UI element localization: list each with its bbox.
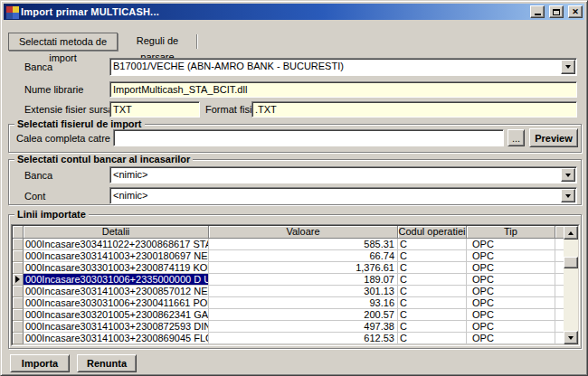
cont-label: Cont	[24, 191, 45, 202]
cell-codul-operatiei[interactable]: C	[398, 297, 467, 309]
cell-valoare[interactable]: 612.53	[209, 333, 398, 344]
column-header-detalii[interactable]: Detalii	[24, 226, 209, 239]
cont-combobox[interactable]: <nimic>	[109, 187, 577, 204]
cell-tip[interactable]: OPC	[467, 274, 555, 286]
table-row[interactable]: 000Incasare303031006+2300411661 POPA JOI…	[13, 297, 564, 309]
extensie-input[interactable]: TXT	[109, 101, 200, 118]
cell-tip[interactable]: OPC	[467, 262, 555, 274]
banca-combobox[interactable]: B17001/VECHE (ABN-AMRO BANK - BUCURESTI)	[109, 58, 577, 76]
cell-valoare[interactable]: 189.07	[209, 274, 398, 286]
table-row[interactable]: 000Incasare303141003+2300180697 NEDIANU …	[13, 250, 564, 262]
cell-tip[interactable]: OPC	[467, 309, 555, 321]
row-header[interactable]	[13, 333, 24, 344]
table-row[interactable]: 000Incasare303411022+2300868617 STATE IL…	[13, 239, 564, 250]
scrollbar-track[interactable]	[564, 240, 578, 331]
close-button[interactable]: ✕	[568, 5, 583, 18]
cell-valoare[interactable]: 66.74	[209, 250, 398, 262]
cell-codul-operatiei[interactable]: C	[398, 321, 467, 333]
renunta-button[interactable]: Renunta	[77, 354, 137, 372]
nume-librarie-label: Nume librarie	[24, 84, 83, 95]
scroll-up-button[interactable]	[564, 226, 578, 240]
grid-header-row: Detalii Valoare Codul operatiei Tip	[13, 226, 564, 239]
cell-valoare[interactable]: 1,376.61	[209, 262, 398, 274]
cell-filler	[555, 250, 564, 262]
cell-detalii[interactable]: 000Incasare303031006+2300411661 POPA JOI…	[24, 297, 209, 309]
cell-tip[interactable]: OPC	[467, 286, 555, 297]
scroll-down-button[interactable]	[564, 331, 578, 344]
account-banca-dropdown-button[interactable]	[561, 168, 575, 182]
preview-button[interactable]: Preview	[529, 128, 578, 147]
vertical-scrollbar[interactable]	[564, 226, 578, 344]
grid-corner-cell	[13, 226, 24, 239]
browse-button[interactable]: ...	[507, 129, 525, 146]
column-header-tip[interactable]: Tip	[467, 226, 555, 239]
cell-tip[interactable]: OPC	[467, 297, 555, 309]
column-header-codul-operatiei[interactable]: Codul operatiei	[398, 226, 467, 239]
cell-filler	[555, 274, 564, 286]
cell-valoare[interactable]: 93.16	[209, 297, 398, 309]
cell-codul-operatiei[interactable]: C	[398, 239, 467, 250]
path-input[interactable]	[113, 129, 504, 146]
nume-librarie-input[interactable]: ImportMulticash_STA_BCIT.dll	[109, 81, 577, 98]
table-row[interactable]: 000Incasare303301003+2300874119 KONIAS D…	[13, 262, 564, 274]
table-row[interactable]: 000Incasare303031006+2335000000 D USSEL …	[13, 274, 564, 286]
scrollbar-thumb[interactable]	[564, 257, 578, 268]
table-row[interactable]: 000Incasare303141003+2300857012 NEDIANU …	[13, 286, 564, 297]
minimize-button[interactable]	[530, 5, 545, 18]
format-fisier-input[interactable]: .TXT	[251, 101, 577, 118]
cell-detalii[interactable]: 000Incasare303031006+2335000000 D USSEL …	[24, 274, 209, 286]
cell-tip[interactable]: OPC	[467, 239, 555, 250]
minimize-icon	[535, 14, 541, 15]
cont-dropdown-button[interactable]	[561, 189, 575, 202]
row-header[interactable]	[13, 321, 24, 333]
cell-codul-operatiei[interactable]: C	[398, 262, 467, 274]
cell-detalii[interactable]: 000Incasare303141003+2300872593 DINU ADR…	[24, 321, 209, 333]
maximize-button[interactable]	[549, 5, 564, 18]
chevron-down-icon	[565, 65, 571, 69]
cell-codul-operatiei[interactable]: C	[398, 274, 467, 286]
cell-tip[interactable]: OPC	[467, 250, 555, 262]
cell-detalii[interactable]: 000Incasare303141003+2300857012 NEDIANU …	[24, 286, 209, 297]
table-row[interactable]: 000Incasare303201005+2300862341 GASPAR V…	[13, 309, 564, 321]
cell-detalii[interactable]: 000Incasare303141003+2300869045 FLORI OA…	[24, 333, 209, 344]
cell-detalii[interactable]: 000Incasare303201005+2300862341 GASPAR V…	[24, 309, 209, 321]
account-banca-combobox[interactable]: <nimic>	[109, 166, 577, 183]
cell-filler	[555, 309, 564, 321]
table-row[interactable]: 000Incasare303141003+2300869045 FLORI OA…	[13, 333, 564, 344]
banca-dropdown-button[interactable]	[561, 60, 575, 74]
cell-tip[interactable]: OPC	[467, 333, 555, 344]
cell-tip[interactable]: OPC	[467, 321, 555, 333]
cell-valoare[interactable]: 301.13	[209, 286, 398, 297]
row-header[interactable]	[13, 309, 24, 321]
cell-filler	[555, 286, 564, 297]
cell-valoare[interactable]: 200.57	[209, 309, 398, 321]
row-header[interactable]	[13, 286, 24, 297]
grid-body: 000Incasare303411022+2300868617 STATE IL…	[13, 239, 564, 344]
cell-valoare[interactable]: 497.38	[209, 321, 398, 333]
row-header[interactable]	[13, 262, 24, 274]
cell-detalii[interactable]: 000Incasare303301003+2300874119 KONIAS D…	[24, 262, 209, 274]
column-header-valoare[interactable]: Valoare	[209, 226, 398, 239]
window-title: Import primar MULTICASH...	[21, 6, 526, 17]
cell-filler	[555, 262, 564, 274]
cell-filler	[555, 333, 564, 344]
row-header[interactable]	[13, 239, 24, 250]
title-bar[interactable]: Import primar MULTICASH... ✕	[4, 4, 584, 20]
tab-selectati-metoda[interactable]: Selectati metoda de import	[8, 33, 118, 51]
cell-codul-operatiei[interactable]: C	[398, 250, 467, 262]
cell-valoare[interactable]: 585.31	[209, 239, 398, 250]
cell-detalii[interactable]: 000Incasare303141003+2300180697 NEDIANU …	[24, 250, 209, 262]
table-row[interactable]: 000Incasare303141003+2300872593 DINU ADR…	[13, 321, 564, 333]
tab-reguli-de-parsare[interactable]: Reguli de parsare	[120, 33, 194, 51]
row-header[interactable]	[13, 297, 24, 309]
cell-codul-operatiei[interactable]: C	[398, 309, 467, 321]
banca-label: Banca	[24, 61, 52, 72]
cell-detalii[interactable]: 000Incasare303411022+2300868617 STATE IL…	[24, 239, 209, 250]
row-header[interactable]	[13, 274, 24, 286]
cell-codul-operatiei[interactable]: C	[398, 333, 467, 344]
cell-codul-operatiei[interactable]: C	[398, 286, 467, 297]
account-banca-label: Banca	[24, 170, 52, 181]
row-header[interactable]	[13, 250, 24, 262]
dialog-window: Import primar MULTICASH... ✕ Selectati m…	[0, 0, 588, 376]
importa-button[interactable]: Importa	[10, 354, 70, 372]
